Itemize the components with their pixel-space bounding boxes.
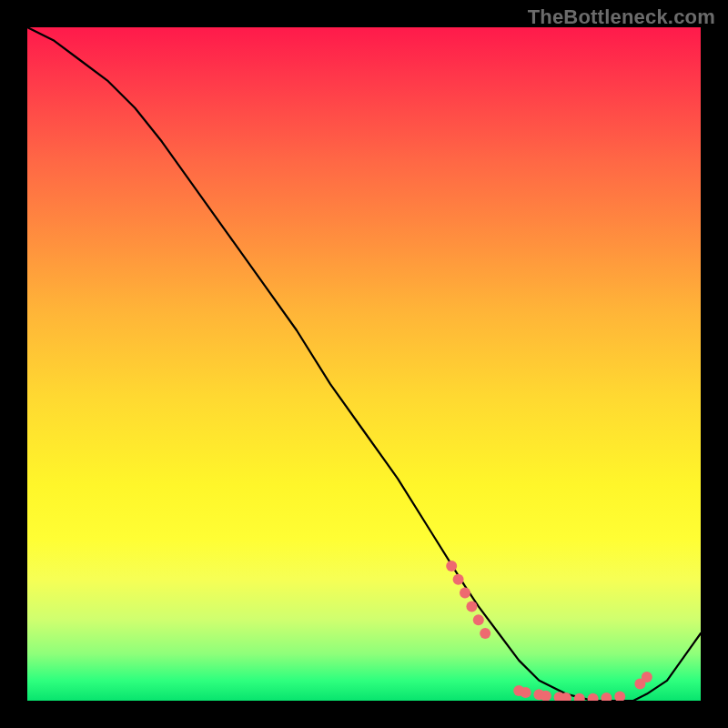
data-marker [588,693,599,701]
plot-area [27,27,701,701]
data-marker [460,588,470,599]
curve-layer [27,27,701,701]
data-marker [473,614,484,625]
marker-group [446,561,652,701]
data-marker [446,561,457,571]
data-marker [601,693,612,701]
data-marker [480,628,490,639]
data-marker [521,687,531,698]
data-marker [614,692,625,701]
data-marker [574,693,585,701]
chart-container: TheBottleneck.com [0,0,728,728]
data-marker [642,672,652,682]
data-marker [466,601,477,612]
curve-line [27,27,701,701]
watermark-text: TheBottleneck.com [528,5,715,29]
data-marker [453,574,464,585]
